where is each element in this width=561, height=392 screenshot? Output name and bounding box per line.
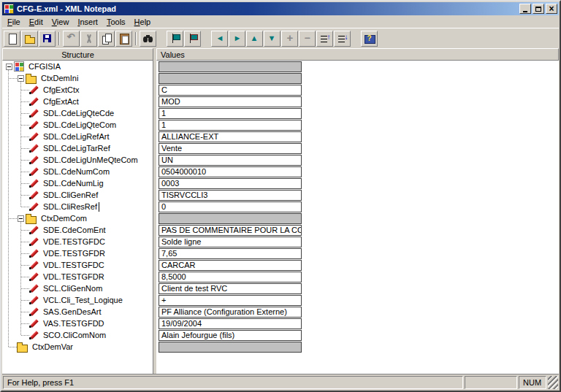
tree-node[interactable]: VDL.TESTGFDR [2,271,153,283]
find-button[interactable] [140,31,156,47]
navigate-left-button[interactable] [211,31,228,47]
tree-node[interactable]: CfgExtAct [2,96,153,107]
lines-down-button[interactable] [334,31,351,47]
tree-connector [21,242,29,242]
minus-icon [302,33,313,45]
find-icon [142,33,154,45]
tree-node-label: VDE.TESTGFDC [42,237,107,246]
value-cell[interactable]: 0003 [159,178,302,189]
close-button[interactable] [546,4,557,14]
tree-node[interactable]: SDL.CdeLigQteCom [2,119,153,131]
resize-grip[interactable] [548,376,558,389]
tree-connector [21,195,29,196]
value-cell[interactable]: C [159,85,302,96]
value-row: Vente [156,142,559,154]
tree-node[interactable]: SDL.CdeLigTarRef [2,142,153,154]
menu-item-file[interactable]: File [3,17,25,27]
expand-button[interactable] [281,31,298,47]
menu-item-edit[interactable]: Edit [25,17,47,27]
tree-node[interactable]: SDL.CdeLigRefArt [2,131,153,142]
collapse-box-icon[interactable] [18,215,24,222]
tree-node[interactable]: VDE.TESTGFDR [2,247,153,259]
value-cell[interactable]: 1 [159,108,302,119]
tree-node[interactable]: CtxDemVar [2,341,153,353]
save-file-button[interactable] [39,31,56,47]
collapse-box-icon[interactable] [18,75,24,82]
menu-item-tools[interactable]: Tools [102,17,130,27]
values-header: Values [156,48,559,61]
tree-node[interactable]: CtxDemCom [2,212,153,224]
tree-node[interactable]: SCL.CliGenNom [2,283,153,294]
tree-node[interactable]: VAS.TESTGFDD [2,318,153,329]
value-cell[interactable]: Alain Jefourgue (fils) [159,330,302,341]
value-cell[interactable]: Client de test RVC [159,283,302,294]
collapse-button[interactable] [299,31,316,47]
undo-button[interactable] [63,31,80,47]
value-cell[interactable]: 19/09/2004 [159,318,302,329]
new-document-button[interactable] [4,31,20,47]
value-cell[interactable]: + [159,295,302,306]
paste-button[interactable] [115,31,132,47]
cut-button[interactable] [80,31,97,47]
value-cell[interactable]: PAS DE COMMENTAIRE POUR LA CO... [159,225,302,236]
value-row: 0003 [156,177,559,189]
tree-node[interactable]: CfgExtCtx [2,84,153,96]
help-icon [364,33,375,45]
tree-node[interactable]: CFGISIA [2,61,153,72]
tree-node[interactable]: SDL.CliGenRef [2,189,153,201]
tree-node[interactable]: VDL.TESTGFDC [2,259,153,271]
structure-pane: CFGISIACtxDemIniCfgExtCtxCfgExtActSDL.Cd… [2,61,153,374]
structure-header: Structure [2,48,153,61]
tree-node[interactable]: SDE.CdeComEnt [2,224,153,236]
tree-node[interactable]: VDE.TESTGFDC [2,236,153,247]
value-cell[interactable]: 8,5000 [159,272,302,283]
tree-node[interactable]: SDL.CliResRef [2,201,153,212]
value-row: TISRVCCLI3 [156,189,559,201]
tree-node[interactable]: SDL.CdeLigQteCde [2,107,153,119]
value-cell[interactable]: UN [159,155,302,166]
value-cell[interactable]: 7,65 [159,248,302,259]
value-cell[interactable]: CARCAR [159,260,302,271]
value-cell[interactable]: PF Alliance (Configuration Externe) [159,307,302,318]
minimize-button[interactable] [519,4,531,14]
value-cell[interactable]: TISRVCCLI3 [159,190,302,201]
flag-2-button[interactable] [184,31,201,47]
copy-button[interactable] [98,31,115,47]
value-cell[interactable]: 0504000010 [159,166,302,177]
value-cell[interactable]: Vente [159,143,302,154]
tree-connector [9,78,17,79]
tree-connector [21,101,29,102]
flag-1-button[interactable] [167,31,183,47]
tree-node[interactable]: SDL.CdeLigUnMeQteCom [2,154,153,166]
tree-node[interactable]: VCL.Cli_Test_Logique [2,294,153,306]
tree-node-label: CFGISIA [27,62,62,71]
navigate-up-button[interactable] [246,31,263,47]
tree-node[interactable]: SDL.CdeNumLig [2,177,153,189]
linesup-icon [319,33,331,45]
help-button[interactable] [361,31,378,47]
menu-item-view[interactable]: View [47,17,74,27]
maximize-button[interactable] [533,4,544,14]
value-cell[interactable]: 1 [159,120,302,131]
tree-node[interactable]: SDL.CdeNumCom [2,166,153,177]
field-pen-icon [29,260,39,270]
tree-node-label: CfgExtAct [42,97,80,106]
field-pen-icon [29,283,39,293]
value-cell[interactable]: Solde ligne [159,237,302,247]
value-cell[interactable]: 0 [159,201,302,212]
menu-item-insert[interactable]: Insert [73,17,102,27]
value-cell[interactable]: ALLIANCE-EXT [159,131,302,142]
navigate-down-button[interactable] [264,31,280,47]
tree-node-label: SCO.CliComNom [42,331,107,339]
navigate-right-button[interactable] [229,31,245,47]
tree-node[interactable]: SCO.CliComNom [2,329,153,341]
tree-node[interactable]: CtxDemIni [2,72,153,84]
tree-node[interactable]: SAS.GenDesArt [2,306,153,318]
field-pen-icon [29,307,39,317]
collapse-box-icon[interactable] [6,64,12,70]
lines-up-button[interactable] [316,31,333,47]
value-row: MOD [156,96,559,107]
menu-item-help[interactable]: Help [130,17,156,27]
open-file-button[interactable] [21,31,38,47]
value-cell[interactable]: MOD [159,96,302,107]
